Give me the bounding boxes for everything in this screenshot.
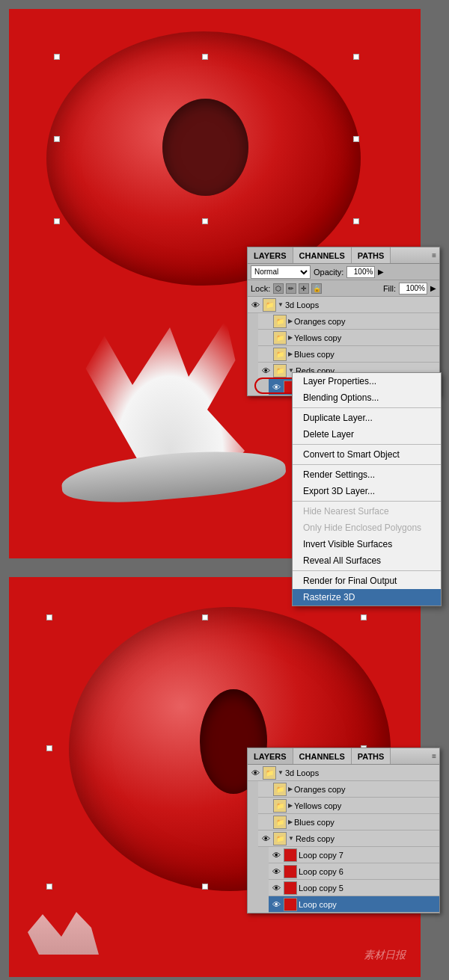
blend-mode-select[interactable]: Normal [251,265,311,279]
layer-row[interactable]: 📁 ▶ Yellows copy [258,798,439,814]
selection-handle[interactable] [353,136,359,142]
ctx-blending-options[interactable]: Blending Options... [293,389,441,406]
layer-name: Yellows copy [294,333,439,342]
tab-layers[interactable]: LAYERS [248,247,293,263]
selection-handle[interactable] [54,136,60,142]
tab-channels-bottom[interactable]: CHANNELS [293,748,352,764]
layer-thumbnail: 📁 [273,315,287,328]
visibility-eye-icon[interactable] [260,816,272,828]
tab-paths[interactable]: PATHS [352,247,391,263]
layer-row[interactable]: 📁 ▶ Oranges copy [258,781,439,798]
ctx-render-settings[interactable]: Render Settings... [293,466,441,483]
fill-label: Fill: [383,284,396,293]
layer-name: 3d Loops [285,768,439,777]
expand-triangle-icon[interactable]: ▶ [288,334,293,341]
layer-thumbnail: 📁 [263,766,276,780]
ctx-separator [293,570,441,571]
ctx-export-3d-layer[interactable]: Export 3D Layer... [293,483,441,499]
ctx-reveal-all-surfaces[interactable]: Reveal All Surfaces [293,552,441,569]
expand-triangle-icon[interactable]: ▶ [288,802,293,809]
visibility-eye-icon[interactable] [260,783,272,795]
visibility-eye-icon[interactable]: 👁 [260,365,272,377]
visibility-eye-icon[interactable] [260,332,272,344]
visibility-eye-icon[interactable]: 👁 [249,299,261,311]
ctx-render-final[interactable]: Render for Final Output [293,573,441,589]
expand-triangle-icon[interactable]: ▶ [288,318,293,324]
ctx-separator [293,444,441,445]
expand-triangle-icon[interactable]: ▶ [288,786,293,792]
visibility-eye-icon[interactable]: 👁 [270,882,282,894]
layer-name: Loop copy 5 [299,884,439,893]
layer-row-selected[interactable]: 👁 Loop copy [269,896,439,913]
layer-row[interactable]: 👁 📁 ▼ 3d Loops [248,765,439,781]
layer-row[interactable]: 📁 ▶ Blues copy [258,346,439,363]
selection-handle[interactable] [54,54,60,60]
layers-list-bottom: 👁 📁 ▼ 3d Loops 📁 ▶ Oranges copy 📁 ▶ Yell… [248,765,439,913]
lock-move-icon[interactable]: ✛ [299,283,309,294]
layer-thumbnail [284,898,297,911]
ctx-convert-smart-object[interactable]: Convert to Smart Object [293,446,441,463]
selection-handle[interactable] [46,884,52,890]
ctx-layer-properties[interactable]: Layer Properties... [293,373,441,389]
visibility-eye-icon[interactable]: 👁 [270,849,282,861]
selection-handle[interactable] [202,884,208,890]
visibility-eye-icon[interactable] [260,348,272,360]
visibility-eye-icon[interactable]: 👁 [270,381,282,393]
ctx-separator [293,407,441,408]
panel-header-bottom: LAYERS CHANNELS PATHS ≡ [248,748,439,765]
expand-triangle-icon[interactable]: ▼ [288,835,294,842]
visibility-eye-icon[interactable]: 👁 [249,767,261,779]
lock-transparent-icon[interactable]: ⬡ [273,283,284,294]
selection-handle[interactable] [202,54,208,60]
layer-name: Loop copy 6 [299,867,439,876]
visibility-eye-icon[interactable] [260,800,272,812]
visibility-eye-icon[interactable]: 👁 [270,899,282,910]
visibility-eye-icon[interactable] [260,315,272,327]
panel-collapse-bottom[interactable]: ≡ [432,752,436,760]
layer-row[interactable]: 👁 📁 ▼ Reds copy [258,830,439,847]
spoon [60,444,287,508]
layer-row[interactable]: 👁 📁 ▼ 3d Loops [248,297,439,313]
tab-layers-bottom[interactable]: LAYERS [248,748,293,764]
layer-row[interactable]: 👁 Loop copy 7 [269,847,439,863]
visibility-eye-icon[interactable]: 👁 [260,833,272,845]
selection-handle[interactable] [54,218,60,224]
ctx-invert-visible-surfaces[interactable]: Invert Visible Surfaces [293,536,441,552]
layer-thumbnail [284,881,297,895]
selection-handle[interactable] [353,54,359,60]
opacity-input[interactable] [346,266,375,278]
layer-row[interactable]: 📁 ▶ Yellows copy [258,330,439,346]
lock-paint-icon[interactable]: ✏ [286,283,296,294]
expand-triangle-icon[interactable]: ▶ [288,351,293,357]
ctx-duplicate-layer[interactable]: Duplicate Layer... [293,410,441,426]
fill-input[interactable] [399,283,427,295]
ctx-delete-layer[interactable]: Delete Layer [293,426,441,443]
layer-thumbnail: 📁 [273,331,287,345]
opacity-arrow[interactable]: ▶ [378,268,384,276]
layer-row[interactable]: 👁 Loop copy 5 [269,880,439,896]
expand-triangle-icon[interactable]: ▶ [288,819,293,825]
panel-collapse-button[interactable]: ≡ [432,251,436,259]
layer-row[interactable]: 📁 ▶ Oranges copy [258,313,439,330]
selection-handle[interactable] [46,614,52,620]
expand-triangle-icon[interactable]: ▼ [278,301,284,308]
selection-handle[interactable] [202,614,208,620]
ctx-only-hide-enclosed: Only Hide Enclosed Polygons [293,520,441,536]
donut-hole-top [162,99,248,196]
layer-row[interactable]: 👁 Loop copy 6 [269,863,439,880]
tab-paths-bottom[interactable]: PATHS [352,748,391,764]
selection-handle[interactable] [46,745,52,751]
context-menu[interactable]: Layer Properties... Blending Options... … [292,372,442,606]
visibility-eye-icon[interactable]: 👁 [270,866,282,878]
selection-handle[interactable] [202,218,208,224]
layer-row[interactable]: 📁 ▶ Blues copy [258,814,439,830]
fill-arrow[interactable]: ▶ [430,284,436,292]
tab-channels[interactable]: CHANNELS [293,247,352,263]
lock-all-icon[interactable]: 🔒 [311,283,322,294]
selection-handle[interactable] [361,614,367,620]
expand-triangle-icon[interactable]: ▼ [278,769,284,776]
selection-handle[interactable] [353,218,359,224]
watermark: 素材日报 [364,949,406,962]
layer-thumbnail: 📁 [273,799,287,813]
ctx-rasterize-3d[interactable]: Rasterize 3D [293,589,441,605]
